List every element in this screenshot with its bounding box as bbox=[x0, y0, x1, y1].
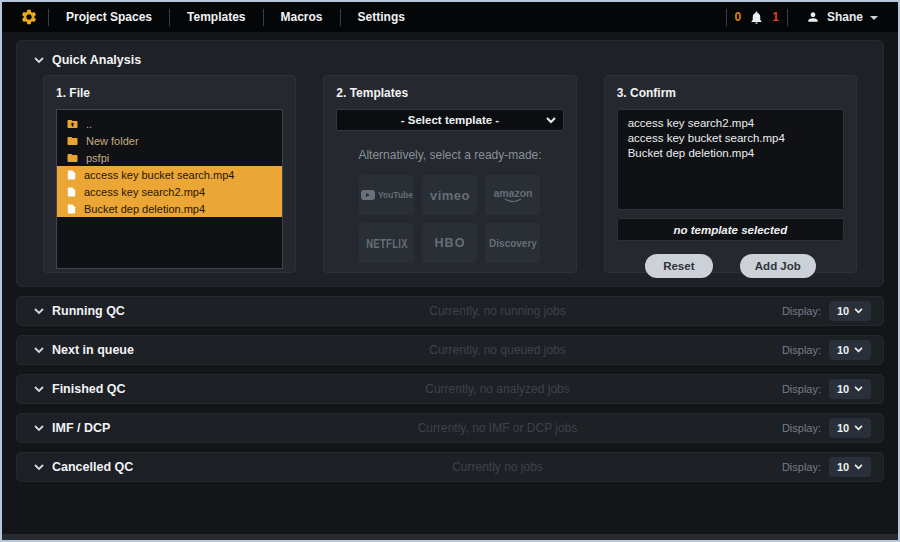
notification-count-orange: 0 bbox=[735, 10, 742, 24]
section-header-imf-dcp[interactable]: IMF / DCP bbox=[34, 421, 244, 435]
chevron-down-icon bbox=[854, 347, 863, 353]
templates-panel-title: 2. Templates bbox=[336, 86, 563, 100]
app-window: Project Spaces Templates Macros Settings… bbox=[0, 0, 900, 542]
nav-divider bbox=[787, 9, 788, 26]
gear-logo-icon bbox=[20, 8, 38, 26]
section-empty-text: Currently, no analyzed jobs bbox=[244, 382, 751, 396]
display-label: Display: bbox=[782, 344, 821, 356]
template-tile-vimeo[interactable]: vimeo bbox=[422, 175, 477, 215]
bell-icon[interactable] bbox=[749, 10, 764, 25]
file-icon bbox=[66, 203, 77, 215]
chevron-down-icon bbox=[854, 425, 863, 431]
confirm-file: access key search2.mp4 bbox=[628, 116, 833, 131]
notification-count-red: 1 bbox=[772, 10, 779, 24]
display-count-select[interactable]: 10 bbox=[829, 301, 871, 321]
add-job-button[interactable]: Add Job bbox=[740, 254, 816, 278]
file-panel: 1. File .. New folder bbox=[43, 75, 296, 273]
file-row-selected[interactable]: Bucket dep deletion.mp4 bbox=[57, 200, 282, 217]
nav-settings[interactable]: Settings bbox=[341, 10, 422, 24]
file-icon bbox=[66, 186, 77, 198]
section-title: IMF / DCP bbox=[52, 421, 110, 435]
file-row-label: .. bbox=[86, 118, 92, 130]
confirm-panel: 3. Confirm access key search2.mp4 access… bbox=[604, 75, 857, 273]
reset-button[interactable]: Reset bbox=[645, 254, 713, 278]
chevron-down-icon bbox=[854, 464, 863, 470]
section-header-next-in-queue[interactable]: Next in queue bbox=[34, 343, 244, 357]
template-select-value: - Select template - bbox=[337, 114, 562, 126]
quick-analysis-header[interactable]: Quick Analysis bbox=[17, 48, 883, 75]
quick-analysis-section: Quick Analysis 1. File .. bbox=[16, 40, 884, 287]
bottom-scrollbar-strip[interactable] bbox=[2, 534, 898, 540]
file-row-folder[interactable]: New folder bbox=[57, 132, 282, 149]
section-empty-text: Currently, no IMF or DCP jobs bbox=[244, 421, 751, 435]
template-tile-hbo[interactable]: HBO bbox=[422, 223, 477, 263]
section-finished-qc: Finished QC Currently, no analyzed jobs … bbox=[16, 374, 884, 404]
confirm-file-list: access key search2.mp4 access key bucket… bbox=[617, 109, 844, 210]
user-name: Shane bbox=[827, 10, 863, 24]
display-count-select[interactable]: 10 bbox=[829, 340, 871, 360]
section-empty-text: Currently no jobs bbox=[244, 460, 751, 474]
display-count-select[interactable]: 10 bbox=[829, 457, 871, 477]
confirm-file: access key bucket search.mp4 bbox=[628, 131, 833, 146]
amazon-smile-icon bbox=[504, 198, 522, 203]
chevron-down-icon bbox=[34, 347, 44, 354]
file-row-label: access key bucket search.mp4 bbox=[84, 169, 234, 181]
nav-templates[interactable]: Templates bbox=[170, 10, 262, 24]
section-title: Running QC bbox=[52, 304, 125, 318]
nav-project-spaces[interactable]: Project Spaces bbox=[49, 10, 169, 24]
section-cancelled-qc: Cancelled QC Currently no jobs Display: … bbox=[16, 452, 884, 482]
display-label: Display: bbox=[782, 422, 821, 434]
chevron-down-icon bbox=[870, 16, 878, 20]
folder-icon bbox=[66, 152, 79, 164]
file-row-label: Bucket dep deletion.mp4 bbox=[84, 203, 205, 215]
user-menu[interactable]: Shane bbox=[796, 10, 888, 24]
nav-divider bbox=[726, 9, 727, 26]
section-empty-text: Currently, no queued jobs bbox=[244, 343, 751, 357]
display-label: Display: bbox=[782, 305, 821, 317]
section-header-finished-qc[interactable]: Finished QC bbox=[34, 382, 244, 396]
file-row-folder[interactable]: psfpi bbox=[57, 149, 282, 166]
template-status: no template selected bbox=[617, 218, 844, 241]
ready-made-label: Alternatively, select a ready-made: bbox=[336, 148, 563, 162]
nav-macros[interactable]: Macros bbox=[264, 10, 340, 24]
section-title: Next in queue bbox=[52, 343, 134, 357]
chevron-down-icon bbox=[34, 464, 44, 471]
file-row-label: psfpi bbox=[86, 152, 109, 164]
chevron-down-icon bbox=[854, 308, 863, 314]
user-icon bbox=[806, 10, 820, 24]
file-row-selected[interactable]: access key bucket search.mp4 bbox=[57, 166, 282, 183]
chevron-down-icon bbox=[34, 308, 44, 315]
file-panel-title: 1. File bbox=[56, 86, 283, 100]
section-title: Cancelled QC bbox=[52, 460, 133, 474]
section-header-running-qc[interactable]: Running QC bbox=[34, 304, 244, 318]
chevron-down-icon bbox=[34, 57, 44, 64]
folder-up-icon bbox=[66, 118, 79, 130]
chevron-down-icon bbox=[34, 386, 44, 393]
file-row-label: New folder bbox=[86, 135, 139, 147]
display-label: Display: bbox=[782, 383, 821, 395]
template-tile-discovery[interactable]: Discovery bbox=[485, 223, 540, 263]
chevron-down-icon bbox=[854, 386, 863, 392]
file-row-parent-dir[interactable]: .. bbox=[57, 115, 282, 132]
display-count-select[interactable]: 10 bbox=[829, 418, 871, 438]
folder-icon bbox=[66, 135, 79, 147]
display-label: Display: bbox=[782, 461, 821, 473]
confirm-file: Bucket dep deletion.mp4 bbox=[628, 146, 833, 161]
section-imf-dcp: IMF / DCP Currently, no IMF or DCP jobs … bbox=[16, 413, 884, 443]
confirm-panel-title: 3. Confirm bbox=[617, 86, 844, 100]
template-select[interactable]: - Select template - bbox=[336, 109, 563, 131]
template-tile-netflix[interactable]: NETFLIX bbox=[359, 223, 414, 263]
templates-panel: 2. Templates - Select template - Alterna… bbox=[323, 75, 576, 273]
chevron-down-icon bbox=[34, 425, 44, 432]
provider-tiles: YouTube vimeo amazon NETFLIX bbox=[336, 175, 563, 263]
section-header-cancelled-qc[interactable]: Cancelled QC bbox=[34, 460, 244, 474]
template-tile-amazon[interactable]: amazon bbox=[485, 175, 540, 215]
top-navigation-bar: Project Spaces Templates Macros Settings… bbox=[2, 2, 898, 32]
app-logo[interactable] bbox=[12, 8, 48, 26]
file-browser-list[interactable]: .. New folder psfpi bbox=[56, 109, 283, 269]
section-title: Finished QC bbox=[52, 382, 126, 396]
display-count-select[interactable]: 10 bbox=[829, 379, 871, 399]
section-empty-text: Currently, no running jobs bbox=[244, 304, 751, 318]
file-row-selected[interactable]: access key search2.mp4 bbox=[57, 183, 282, 200]
template-tile-youtube[interactable]: YouTube bbox=[359, 175, 414, 215]
